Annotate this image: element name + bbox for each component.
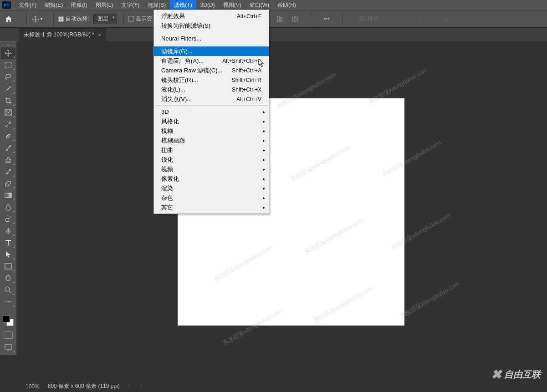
menu-item[interactable]: 消失点(V)...Alt+Ctrl+V [154,94,269,104]
history-brush-tool[interactable] [1,166,15,178]
auto-select-checkbox[interactable]: ✓ 自动选择: [58,15,89,23]
menu-item[interactable]: 杂色 [154,193,269,203]
canvas-area[interactable]: 系统部落xitongbuluo.com系统部落xitongbuluo.com系统… [18,41,547,379]
stamp-tool[interactable] [1,154,15,166]
menu-item-0[interactable]: 文件(F) [15,0,41,10]
menu-item[interactable]: 滤镜库(G)... [154,46,269,56]
tool-preset-dropdown[interactable]: ▾ [41,17,45,21]
close-icon[interactable]: × [98,31,102,38]
blur-tool[interactable] [1,201,15,213]
magic-wand-tool[interactable] [1,83,15,95]
menu-item-label: 3D [161,108,261,115]
menu-item-label: 自适应广角(A)... [161,57,222,65]
menu-shortcut: Alt+Shift+Ctrl+A [222,58,261,64]
chevron-left-icon[interactable]: 〈 [138,383,143,390]
dodge-tool[interactable] [1,213,15,225]
filter-menu: 浮雕效果Alt+Ctrl+F转换为智能滤镜(S)Neural Filters..… [153,10,269,214]
auto-select-target[interactable]: 图层 [93,14,117,24]
zoom-level[interactable]: 100% [26,383,40,390]
menu-item[interactable]: 3D [154,107,269,117]
menu-shortcut: Shift+Ctrl+X [232,87,261,93]
path-select-tool[interactable] [1,249,15,260]
eraser-tool[interactable] [1,178,15,189]
chevron-right-icon[interactable]: 〉 [128,383,133,390]
more-options-icon[interactable]: ••• [322,15,331,24]
eyedropper-tool[interactable] [1,118,15,130]
menu-item[interactable]: Neural Filters... [154,34,269,43]
3d-zoom-icon: ▣ [441,15,450,24]
menu-item-3[interactable]: 图层(L) [92,0,118,10]
options-bar: ▾ ✓ 自动选择: 图层 显示变 ••• 3D 模式: ⟲ ◎ ✥ ⇔ ▣ [0,10,547,27]
menu-item-6[interactable]: 滤镜(T) [170,0,196,10]
menu-shortcut: Shift+Ctrl+A [232,67,261,74]
rectangle-tool[interactable] [1,260,15,272]
move-tool[interactable] [1,47,15,59]
menu-item[interactable]: 扭曲 [154,145,269,155]
menu-item-2[interactable]: 图像(I) [67,0,91,10]
document-tab[interactable]: 未标题-1 @ 100%(RGB/8#) * × [19,28,106,41]
crop-tool[interactable] [1,95,15,107]
menu-item[interactable]: 像素化 [154,174,269,183]
screen-mode-icon[interactable] [1,341,15,353]
menu-item-7[interactable]: 3D(D) [196,0,219,10]
type-tool[interactable] [1,237,15,249]
menu-item[interactable]: 自适应广角(A)...Alt+Shift+Ctrl+A [154,56,269,66]
menu-item-9[interactable]: 窗口(W) [245,0,273,10]
svg-rect-6 [5,62,11,68]
menu-separator [154,32,268,32]
menu-item-5[interactable]: 选择(S) [143,0,170,10]
document-info[interactable]: 600 像素 x 600 像素 (119 ppi) [48,382,120,390]
menu-item-1[interactable]: 编辑(E) [41,0,67,10]
menu-item[interactable]: 模糊画廊 [154,136,269,145]
pen-tool[interactable] [1,225,15,237]
home-icon[interactable] [4,15,14,24]
svg-point-16 [5,287,10,291]
collapse-icon[interactable]: » [0,43,16,47]
3d-mode-label: 3D 模式: [359,15,380,23]
frame-tool[interactable] [1,107,15,118]
show-transform-label: 显示变 [136,15,152,23]
quick-mask-icon[interactable] [4,331,13,339]
brush-tool[interactable] [1,142,15,154]
menu-item-label: 转换为智能滤镜(S) [161,22,261,30]
menu-item[interactable]: 浮雕效果Alt+Ctrl+F [154,11,269,21]
menu-item[interactable]: 渲染 [154,183,269,193]
menu-item-label: 像素化 [161,175,261,183]
menu-item[interactable]: 模糊 [154,126,269,136]
menu-item-4[interactable]: 文字(Y) [117,0,143,10]
svg-line-17 [9,291,11,293]
menu-item[interactable]: 锐化 [154,155,269,164]
zoom-tool[interactable] [1,284,15,296]
menu-item-label: 镜头校正(R)... [161,76,232,84]
color-swatches[interactable] [3,315,14,326]
more-tool[interactable] [1,296,15,308]
healing-tool[interactable] [1,130,15,142]
menu-shortcut: Shift+Ctrl+R [232,77,261,83]
show-transform-checkbox[interactable]: 显示变 [128,15,152,23]
distribute-icon[interactable] [291,15,300,24]
align-icon[interactable] [275,15,284,24]
menu-item[interactable]: 液化(L)...Shift+Ctrl+X [154,85,269,94]
lasso-tool[interactable] [1,71,15,83]
menu-item-label: 风格化 [161,117,261,126]
menu-item[interactable]: 其它 [154,203,269,212]
marquee-tool[interactable] [1,59,15,71]
hand-tool[interactable] [1,272,15,284]
menu-item-label: 滤镜库(G)... [161,47,261,56]
menu-item-10[interactable]: 帮助(H) [273,0,300,10]
menu-item-8[interactable]: 视图(V) [219,0,245,10]
3d-pan-icon: ✥ [415,15,424,24]
menu-item[interactable]: 转换为智能滤镜(S) [154,21,269,31]
brand-watermark: ✖ 自由互联 [491,367,541,382]
svg-line-14 [9,216,11,219]
menu-item-label: 其它 [161,204,261,212]
menu-item[interactable]: 风格化 [154,117,269,126]
tools-panel: » [0,41,16,355]
menu-item[interactable]: Camera Raw 滤镜(C)...Shift+Ctrl+A [154,66,269,75]
checkbox-icon: ✓ [58,16,64,22]
menu-item[interactable]: 视频 [154,164,269,174]
foreground-color[interactable] [3,315,10,322]
menu-item[interactable]: 镜头校正(R)...Shift+Ctrl+R [154,75,269,85]
gradient-tool[interactable] [1,189,15,201]
menu-separator [154,105,268,106]
